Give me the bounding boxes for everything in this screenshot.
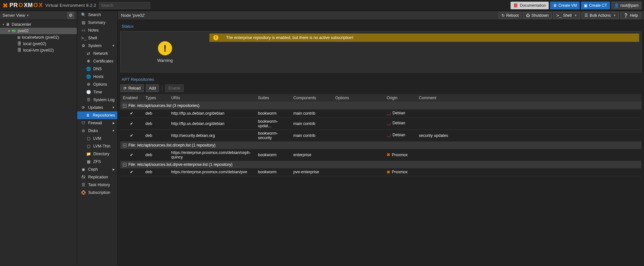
shell-button[interactable]: ≻_Shell▼ [553,12,580,19]
col-types[interactable]: Types [143,94,169,102]
tree-item-label: local (pve02) [23,42,46,46]
nav-ceph[interactable]: ◉Ceph▶ [77,166,117,173]
nav-subscription[interactable]: 🛟Subscription [77,189,117,196]
nav-network[interactable]: ⇄Network [77,50,117,57]
col-uris[interactable]: URIs [169,94,255,102]
cell-uri: http://security.debian.org [169,129,255,141]
tree-local[interactable]: 🗄 local (pve02) [0,41,77,47]
tree-view-selector[interactable]: Server View [3,13,25,18]
nav-disks[interactable]: ⊘Disks▼ [77,127,117,135]
tree-localnetwork[interactable]: ⊞ localnetwork (pve02) [0,34,77,41]
nav-replication[interactable]: 🗘Replication [77,173,117,181]
nav-label: Firewall [88,121,102,125]
global-search-input[interactable] [99,2,150,9]
svg-rect-0 [12,30,16,32]
collapse-toggle-icon[interactable]: − [123,144,126,147]
bulk-actions-button[interactable]: ☰Bulk Actions▼ [582,12,619,19]
nav-directory[interactable]: 📁Directory [77,150,117,158]
nav-label: Certificates [93,59,114,63]
brand-pr: PR [10,2,18,9]
notes-icon: ▭ [81,28,86,33]
nav-zfs[interactable]: ▦ZFS [77,158,117,166]
grid-icon: ▦ [86,159,91,164]
nav-options[interactable]: ⚙Options [77,81,117,88]
origin-label: Proxmox [392,170,408,174]
debian-icon [386,110,392,116]
nav-label: Repositories [93,113,115,118]
brand-xm: XM [24,2,33,9]
cell-comment [416,118,641,129]
debian-icon [386,132,392,138]
gears-icon: ⚙ [81,43,86,48]
nav-taskhistory[interactable]: ☰Task History [77,181,117,189]
nav-label: Subscription [88,190,110,195]
collapse-icon: ▾ [8,29,10,33]
nav-lvmthin[interactable]: ▢LVM-Thin [77,142,117,150]
refresh-icon: ⟳ [124,86,127,90]
status-warning-label: Warning [157,58,173,63]
nav-label: Summary [88,20,105,25]
documentation-button[interactable]: 📕Documentation [511,2,549,9]
col-components[interactable]: Components [291,94,333,102]
nav-lvm[interactable]: ▢LVM [77,135,117,142]
tree-datacenter[interactable]: ▾ 🖥 Datacenter [0,21,77,28]
repo-group-row[interactable]: −File: /etc/apt/sources.list (3 reposito… [120,102,641,109]
nav-hosts[interactable]: 🌐Hosts [77,73,117,81]
reload-button[interactable]: ⟳Reload [120,84,144,92]
nav-notes[interactable]: ▭Notes [77,26,117,34]
col-comment[interactable]: Comment [416,94,641,102]
nav-system[interactable]: ⚙System▼ [77,42,117,50]
reload-label: Reload [128,86,141,90]
chevron-down-icon: ▼ [26,14,29,17]
shutdown-button[interactable]: ⏻Shutdown [523,12,551,19]
repositories-table: Enabled Types URIs Suites Components Opt… [120,94,641,176]
nav-time[interactable]: 🕒Time [77,88,117,96]
collapse-toggle-icon[interactable]: − [123,104,126,108]
tree-local-lvm[interactable]: 🗄 local-lvm (pve02) [0,47,77,53]
col-options[interactable]: Options [333,94,384,102]
repo-group-row[interactable]: −File: /etc/apt/sources.list.d/pve-enter… [120,161,641,168]
col-suites[interactable]: Suites [255,94,291,102]
nav-search[interactable]: 🔍Search [77,11,117,19]
nav-label: Directory [93,152,109,156]
nav-shell[interactable]: ≻_Shell [77,34,117,42]
svg-rect-1 [13,30,14,31]
col-origin[interactable]: Origin [384,94,416,102]
cell-suite: bookworm-updat... [255,118,291,129]
repo-row[interactable]: ✔debhttps://enterprise.proxmox.com/debia… [120,149,641,161]
create-ct-label: Create CT [589,3,607,8]
nav-repositories[interactable]: 🗎Repositories [77,111,117,119]
add-button[interactable]: Add [146,84,159,92]
create-vm-button[interactable]: 🖥Create VM [550,2,580,9]
nav-syslog[interactable]: ☰System Log [77,96,117,104]
repo-group-row[interactable]: −File: /etc/apt/sources.list.d/ceph.list… [120,141,641,149]
nav-label: Task History [88,183,110,187]
folder-icon: 📁 [86,152,91,156]
help-label: Help [630,13,638,18]
product-label: Virtual Environment 8.2.2 [45,3,96,8]
enable-button: Enable [165,84,183,92]
nav-label: Network [93,51,108,56]
collapse-toggle-icon[interactable]: − [123,163,126,166]
user-menu-button[interactable]: 👤root@pam [611,2,641,9]
reboot-button[interactable]: ↻Reboot [499,12,522,19]
help-button[interactable]: ❔Help [621,12,641,19]
nav-label: Ceph [88,167,98,172]
refresh-icon: ⟳ [81,105,86,110]
repo-row[interactable]: ✔debhttp://ftp.us.debian.org/debianbookw… [120,118,641,129]
tree-node-pve02[interactable]: ▾ pve02 [0,28,77,34]
repo-row[interactable]: ✔debhttp://security.debian.orgbookworm-s… [120,129,641,141]
nav-dns[interactable]: 🌐DNS [77,65,117,73]
nav-updates[interactable]: ⟳Updates▼ [77,104,117,111]
nav-firewall[interactable]: 🛡Firewall▶ [77,119,117,127]
create-ct-button[interactable]: ▣Create CT [581,2,610,9]
enabled-check-icon: ✔ [123,133,140,138]
nav-certificates[interactable]: ❋Certificates [77,57,117,65]
col-enabled[interactable]: Enabled [120,94,143,102]
tree-settings-button[interactable]: ⚙ [67,12,74,19]
repo-row[interactable]: ✔debhttps://enterprise.proxmox.com/debia… [120,168,641,176]
cell-suite: bookworm [255,149,291,161]
brand-o1: O [19,2,23,9]
nav-summary[interactable]: ▤Summary [77,19,117,26]
repo-row[interactable]: ✔debhttp://ftp.us.debian.org/debianbookw… [120,109,641,118]
